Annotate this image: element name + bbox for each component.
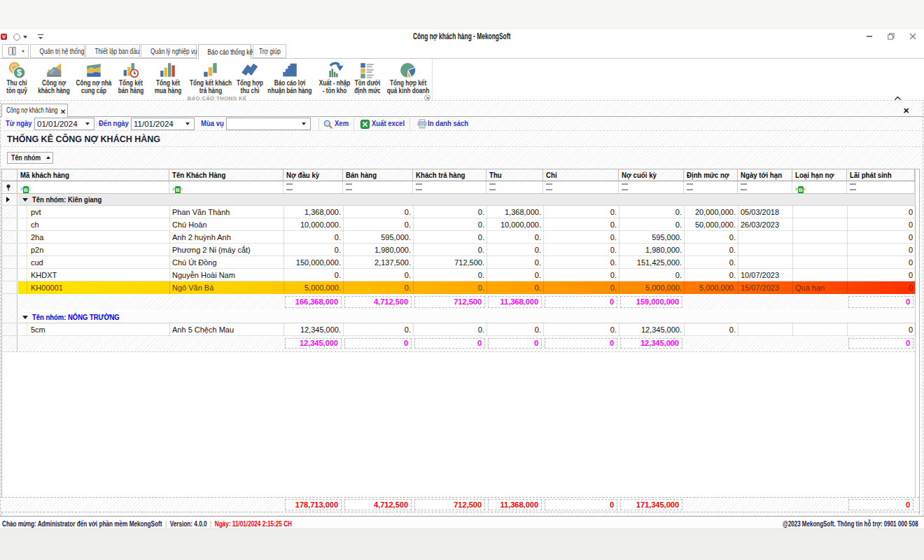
svg-text:$: $ xyxy=(17,68,22,78)
